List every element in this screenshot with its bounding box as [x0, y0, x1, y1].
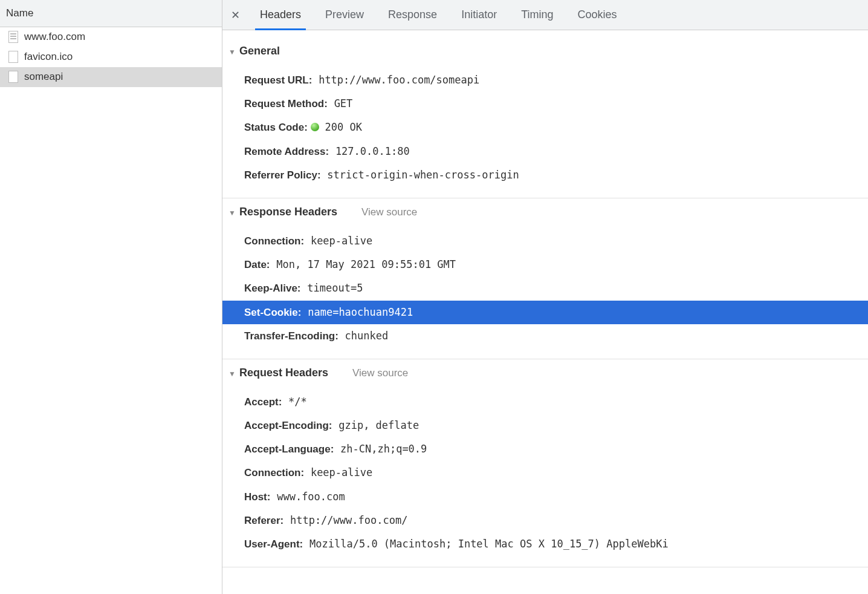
header-row[interactable]: Accept-Language: zh-CN,zh;q=0.9: [244, 437, 868, 461]
header-key: Accept-Encoding:: [244, 420, 332, 431]
header-value: Mozilla/5.0 (Macintosh; Intel Mac OS X 1…: [309, 538, 669, 550]
disclosure-triangle-icon: ▼: [228, 370, 236, 378]
section-response-headers: ▼ Response Headers View source Connectio…: [222, 198, 868, 359]
header-key: Remote Address:: [244, 146, 329, 157]
request-header-rows: Accept: */*Accept-Encoding: gzip, deflat…: [222, 390, 868, 556]
headers-detail-scroll[interactable]: ▼ General Request URL: http://www.foo.co…: [222, 30, 868, 594]
disclosure-triangle-icon: ▼: [228, 209, 236, 217]
header-key: Keep-Alive:: [244, 282, 301, 294]
header-row[interactable]: Accept: */*: [244, 390, 868, 414]
header-key: Referer:: [244, 515, 283, 526]
view-source-link[interactable]: View source: [352, 367, 408, 379]
header-row[interactable]: Request Method: GET: [244, 92, 868, 116]
header-value: zh-CN,zh;q=0.9: [340, 443, 427, 455]
header-row[interactable]: Remote Address: 127.0.0.1:80: [244, 140, 868, 163]
disclosure-triangle-icon: ▼: [228, 48, 236, 56]
header-value: Mon, 17 May 2021 09:55:01 GMT: [276, 258, 456, 270]
detail-panel: ✕ HeadersPreviewResponseInitiatorTimingC…: [222, 0, 868, 594]
header-row[interactable]: User-Agent: Mozilla/5.0 (Macintosh; Inte…: [244, 532, 868, 556]
tab-initiator[interactable]: Initiator: [449, 0, 509, 30]
section-title: Request Headers: [239, 367, 328, 379]
header-row[interactable]: Status Code: 200 OK: [244, 116, 868, 139]
request-list-item[interactable]: someapi: [0, 67, 222, 87]
header-row[interactable]: Connection: keep-alive: [244, 461, 868, 485]
section-header-general[interactable]: ▼ General: [222, 42, 868, 60]
header-key: Accept-Language:: [244, 443, 334, 455]
header-key: Connection:: [244, 235, 304, 247]
header-key: Date:: [244, 259, 270, 270]
tab-timing[interactable]: Timing: [509, 0, 565, 30]
header-row[interactable]: Referrer Policy: strict-origin-when-cros…: [244, 163, 868, 187]
general-rows: Request URL: http://www.foo.com/someapiR…: [222, 68, 868, 187]
header-key: Request URL:: [244, 74, 312, 86]
header-value: 200 OK: [325, 121, 362, 133]
section-request-headers: ▼ Request Headers View source Accept: */…: [222, 359, 868, 567]
header-row[interactable]: Accept-Encoding: gzip, deflate: [244, 414, 868, 437]
header-row[interactable]: Set-Cookie: name=haochuan9421: [222, 301, 868, 324]
close-icon[interactable]: ✕: [222, 0, 248, 30]
header-value: http://www.foo.com/someapi: [319, 74, 479, 86]
tab-headers[interactable]: Headers: [248, 0, 313, 30]
header-key: Set-Cookie:: [244, 307, 301, 318]
request-list-item[interactable]: favicon.ico: [0, 47, 222, 67]
file-icon: [8, 71, 18, 83]
header-key: User-Agent:: [244, 538, 303, 550]
header-row[interactable]: Referer: http://www.foo.com/: [244, 509, 868, 532]
header-key: Transfer-Encoding:: [244, 330, 338, 342]
response-header-rows: Connection: keep-aliveDate: Mon, 17 May …: [222, 229, 868, 348]
request-item-label: www.foo.com: [24, 31, 85, 43]
header-key: Host:: [244, 491, 270, 503]
header-row[interactable]: Keep-Alive: timeout=5: [244, 276, 868, 300]
header-row[interactable]: Host: www.foo.com: [244, 485, 868, 509]
tab-cookies[interactable]: Cookies: [566, 0, 629, 30]
header-row[interactable]: Transfer-Encoding: chunked: [244, 324, 868, 348]
section-title: Response Headers: [239, 206, 337, 218]
view-source-link[interactable]: View source: [361, 206, 417, 218]
file-icon: [8, 31, 18, 43]
header-value: GET: [334, 97, 353, 109]
section-header-request[interactable]: ▼ Request Headers View source: [222, 364, 868, 382]
tab-response[interactable]: Response: [376, 0, 449, 30]
header-key: Request Method:: [244, 98, 328, 109]
header-row[interactable]: Date: Mon, 17 May 2021 09:55:01 GMT: [244, 253, 868, 276]
tab-preview[interactable]: Preview: [313, 0, 376, 30]
request-item-label: someapi: [24, 71, 63, 83]
detail-tab-bar: ✕ HeadersPreviewResponseInitiatorTimingC…: [222, 0, 868, 30]
header-key: Status Code:: [244, 122, 308, 133]
request-list: www.foo.comfavicon.icosomeapi: [0, 27, 222, 87]
header-value: www.foo.com: [277, 491, 345, 503]
sidebar-header-name[interactable]: Name: [0, 0, 222, 27]
header-value: chunked: [345, 330, 389, 342]
header-value: keep-alive: [311, 466, 372, 478]
network-request-sidebar: Name www.foo.comfavicon.icosomeapi: [0, 0, 222, 594]
header-row[interactable]: Request URL: http://www.foo.com/someapi: [244, 68, 868, 92]
header-row[interactable]: Connection: keep-alive: [244, 229, 868, 253]
request-list-item[interactable]: www.foo.com: [0, 27, 222, 47]
request-item-label: favicon.ico: [24, 51, 73, 63]
section-general: ▼ General Request URL: http://www.foo.co…: [222, 38, 868, 198]
header-value: gzip, deflate: [338, 419, 419, 431]
header-value: timeout=5: [307, 282, 363, 294]
header-value: */*: [288, 396, 307, 408]
header-key: Connection:: [244, 467, 304, 478]
section-title: General: [239, 45, 280, 57]
header-value: 127.0.0.1:80: [335, 145, 410, 157]
status-dot-icon: [311, 123, 319, 131]
header-key: Referrer Policy:: [244, 169, 321, 181]
file-icon: [8, 51, 18, 63]
header-value: strict-origin-when-cross-origin: [327, 169, 519, 181]
header-key: Accept:: [244, 396, 282, 408]
header-value: name=haochuan9421: [308, 306, 413, 318]
header-value: http://www.foo.com/: [290, 514, 407, 526]
header-value: keep-alive: [311, 235, 372, 247]
section-header-response[interactable]: ▼ Response Headers View source: [222, 203, 868, 221]
